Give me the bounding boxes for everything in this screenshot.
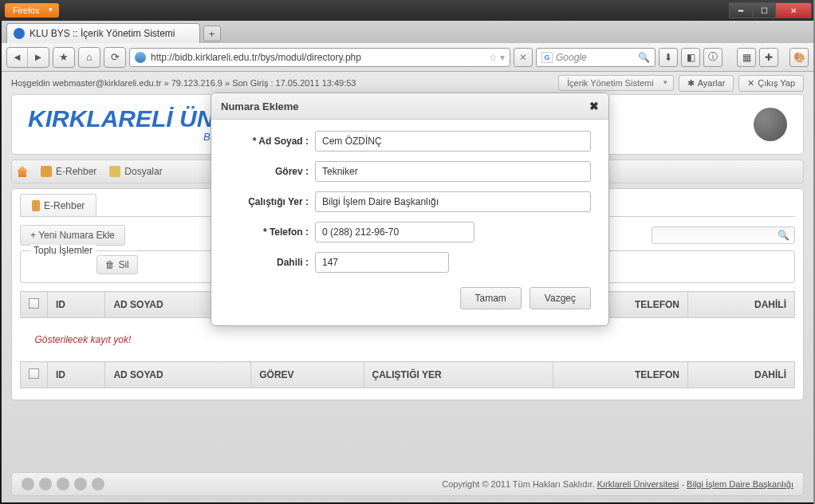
input-telefon[interactable] (315, 222, 474, 242)
addon-button-4[interactable]: ✚ (759, 48, 778, 67)
nav-dosyalar[interactable]: Dosyalar (109, 166, 162, 177)
footer-icon-2[interactable] (39, 478, 52, 490)
home-icon (17, 166, 28, 177)
footer-icon-1[interactable] (22, 478, 34, 490)
addon-button-5[interactable]: 🎨 (789, 48, 809, 67)
search-icon: 🔍 (778, 230, 789, 241)
search-placeholder: Google (556, 52, 587, 63)
firefox-menu-button[interactable]: Firefox (5, 3, 59, 18)
tab-title: KLU BYS :: İçerik Yönetim Sistemi (30, 28, 175, 39)
addon-button-1[interactable]: ◧ (681, 48, 700, 67)
site-title: KIRKLARELİ ÜNİ (28, 107, 221, 131)
addon-button-2[interactable]: ⓘ (703, 48, 722, 67)
copyright-text: Copyright © 2011 Tüm Hakları Saklıdır. K… (442, 479, 793, 489)
addon-button-3[interactable]: ▦ (737, 48, 756, 67)
window-titlebar: Firefox ━ ☐ ✕ (0, 0, 815, 21)
tab-erehber[interactable]: E-Rehber (20, 194, 96, 216)
search-box[interactable]: G Google 🔍 (536, 48, 656, 67)
gear-icon: ✱ (687, 78, 695, 89)
select-all-checkbox-footer[interactable] (29, 368, 39, 379)
input-calistigi[interactable] (315, 191, 591, 212)
modal-cancel-button[interactable]: Vazgeç (530, 287, 591, 309)
book-icon (32, 200, 40, 211)
footer-icon-4[interactable] (74, 478, 87, 490)
system-dropdown[interactable]: İçerik Yönetim Sistemi (558, 75, 674, 91)
label-adsoyad: * Ad Soyad : (229, 136, 315, 147)
modal-ok-button[interactable]: Tamam (460, 287, 522, 309)
google-icon: G (541, 52, 553, 63)
footer-icon-3[interactable] (57, 478, 69, 490)
site-subtitle: Bilg (28, 131, 221, 143)
card-search-input[interactable]: 🔍 (652, 226, 795, 244)
globe-icon (754, 108, 787, 141)
welcome-text: Hoşgeldin webmaster@kirklareli.edu.tr » … (11, 78, 356, 88)
bulk-delete-button[interactable]: 🗑Sil (96, 255, 137, 274)
label-calistigi: Çalıştığı Yer : (229, 196, 315, 207)
input-gorev[interactable] (315, 161, 591, 182)
add-number-modal: Numara Ekleme ✖ * Ad Soyad : Görev : Çal… (211, 93, 609, 326)
stop-button[interactable]: ✕ (514, 48, 533, 67)
new-tab-button[interactable]: + (203, 26, 221, 41)
bookmark-star-icon[interactable]: ☆ ▾ (489, 52, 505, 63)
window-minimize-button[interactable]: ━ (729, 2, 753, 18)
window-maximize-button[interactable]: ☐ (752, 2, 776, 18)
home-button[interactable]: ⌂ (79, 48, 100, 67)
nav-home[interactable] (17, 166, 28, 177)
folder-icon (109, 166, 120, 177)
book-icon (41, 166, 52, 177)
status-row: Hoşgeldin webmaster@kirklareli.edu.tr » … (2, 72, 813, 94)
input-dahili[interactable] (315, 252, 449, 273)
browser-tab-active[interactable]: KLU BYS :: İçerik Yönetim Sistemi (6, 23, 200, 43)
forward-button[interactable]: ► (28, 48, 49, 67)
table-footer-row: ID AD SOYAD GÖREV ÇALIŞTIĞI YER TELEFON … (21, 362, 795, 388)
url-text: http://bidb.kirklareli.edu.tr/bys/modul/… (151, 52, 361, 63)
modal-title: Numara Ekleme (221, 100, 299, 112)
label-gorev: Görev : (229, 166, 315, 177)
add-number-button[interactable]: + Yeni Numara Ekle (20, 225, 125, 246)
tab-bar: KLU BYS :: İçerik Yönetim Sistemi + (2, 21, 813, 43)
col-id[interactable]: ID (48, 292, 105, 318)
navigation-toolbar: ◄ ► ★ ⌂ ⟳ http://bidb.kirklareli.edu.tr/… (2, 43, 813, 72)
nav-erehber[interactable]: E-Rehber (41, 166, 96, 177)
downloads-button[interactable]: ⬇ (659, 48, 678, 67)
bookmarks-button[interactable]: ★ (53, 48, 74, 67)
settings-button[interactable]: ✱Ayarlar (679, 75, 734, 92)
col-dahili[interactable]: DAHİLİ (688, 292, 795, 318)
label-dahili: Dahili : (229, 257, 315, 268)
modal-close-button[interactable]: ✖ (589, 100, 599, 112)
reload-button[interactable]: ⟳ (104, 48, 125, 67)
back-button[interactable]: ◄ (7, 48, 28, 67)
favicon-icon (14, 28, 25, 39)
trash-icon: 🗑 (105, 259, 115, 270)
address-bar[interactable]: http://bidb.kirklareli.edu.tr/bys/modul/… (129, 48, 510, 67)
search-icon[interactable]: 🔍 (638, 52, 650, 63)
select-all-checkbox[interactable] (29, 298, 39, 309)
window-close-button[interactable]: ✕ (775, 2, 812, 18)
bulk-legend: Toplu İşlemler (30, 245, 96, 256)
input-adsoyad[interactable] (315, 131, 591, 152)
exit-icon: ✕ (747, 78, 754, 89)
footer-icon-5[interactable] (92, 478, 104, 490)
footer-link-department[interactable]: Bilgi İşlem Daire Başkanlığı (687, 479, 793, 489)
modal-header[interactable]: Numara Ekleme ✖ (211, 93, 608, 120)
page-footer: Copyright © 2011 Tüm Hakları Saklıdır. K… (11, 472, 804, 496)
site-identity-icon (135, 52, 146, 63)
footer-link-university[interactable]: Kırklareli Üniversitesi (597, 479, 679, 489)
label-telefon: * Telefon : (229, 226, 315, 238)
logout-button[interactable]: ✕Çıkış Yap (738, 75, 804, 92)
